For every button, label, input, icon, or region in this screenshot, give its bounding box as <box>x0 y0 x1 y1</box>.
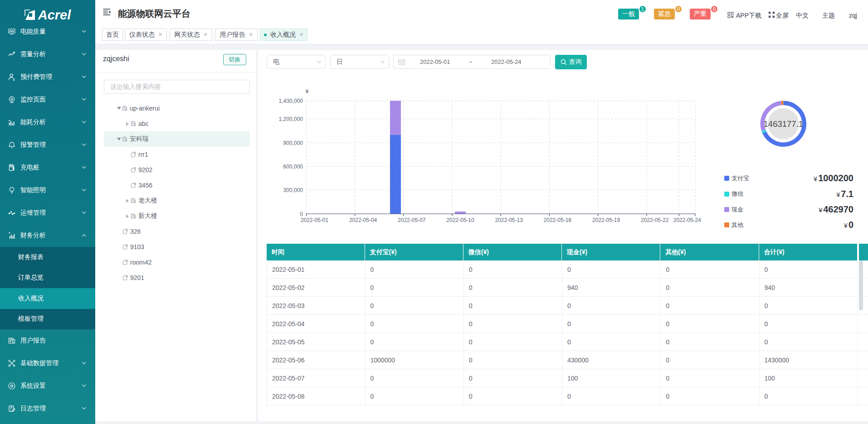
svg-text:300,000: 300,000 <box>283 187 303 193</box>
svg-text:2022-05-24: 2022-05-24 <box>673 217 702 223</box>
svg-text:2022-05-22: 2022-05-22 <box>641 217 669 223</box>
svg-text:1463177.1: 1463177.1 <box>764 119 803 129</box>
svg-text:¥: ¥ <box>305 88 309 95</box>
svg-text:2022-05-13: 2022-05-13 <box>495 217 523 223</box>
svg-text:2022-05-01: 2022-05-01 <box>301 217 329 223</box>
svg-text:1,430,000: 1,430,000 <box>279 98 303 104</box>
svg-text:900,000: 900,000 <box>283 140 303 146</box>
svg-text:1,200,000: 1,200,000 <box>279 116 303 122</box>
svg-text:2022-05-10: 2022-05-10 <box>446 217 474 223</box>
svg-text:2022-05-04: 2022-05-04 <box>349 217 377 223</box>
svg-text:2022-05-19: 2022-05-19 <box>592 217 620 223</box>
svg-text:2022-05-16: 2022-05-16 <box>544 217 572 223</box>
svg-text:600,000: 600,000 <box>283 164 303 170</box>
svg-text:0: 0 <box>300 211 303 217</box>
svg-text:2022-05-07: 2022-05-07 <box>398 217 426 223</box>
